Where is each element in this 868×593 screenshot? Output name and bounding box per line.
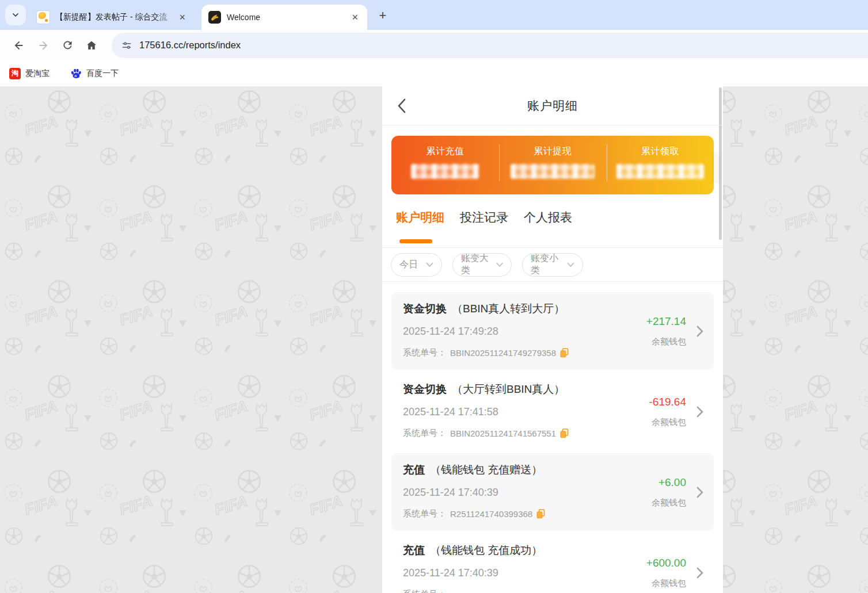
reload-button[interactable]	[58, 36, 77, 55]
amount-block: +6.00 余额钱包	[652, 453, 686, 531]
order-number: BBIN202511241741567551	[450, 429, 556, 438]
url-text[interactable]: 175616.cc/reports/index	[139, 40, 241, 51]
filter-minor-category-dropdown[interactable]: 账变小类	[522, 253, 583, 277]
transaction-datetime: 2025-11-24 17:49:28	[403, 326, 498, 338]
filter-date-dropdown[interactable]: 今日	[391, 253, 442, 277]
wallet-label: 余额钱包	[652, 336, 686, 347]
taobao-icon: 淘	[9, 68, 21, 79]
transaction-subtitle: （大厅转到BBIN真人）	[452, 383, 565, 395]
section-tabs: 账户明细 投注记录 个人报表	[382, 204, 723, 248]
order-number: R2511241740399368	[450, 509, 532, 519]
transaction-amount: +600.00	[646, 557, 686, 569]
transaction-datetime: 2025-11-24 17:41:58	[403, 406, 498, 418]
forum-favicon-icon	[37, 11, 50, 24]
back-button[interactable]	[9, 36, 29, 55]
divider	[499, 144, 500, 181]
transaction-list: 资金切换（BBIN真人转到大厅） 2025-11-24 17:49:28 系统单…	[382, 282, 723, 593]
censored-value	[616, 164, 704, 179]
chevron-right-icon[interactable]	[696, 567, 703, 579]
back-nav-button[interactable]	[397, 98, 412, 114]
filter-row: 今日 账变大类 账变小类	[382, 248, 723, 282]
chevron-right-icon[interactable]	[696, 487, 703, 498]
total-deposit-label: 累计充值	[391, 146, 499, 158]
chevron-right-icon[interactable]	[696, 406, 703, 418]
transaction-subtitle: （钱能钱包 充值赠送）	[430, 464, 542, 476]
chevron-down-icon	[567, 262, 574, 267]
amount-block: +600.00 余额钱包	[646, 534, 686, 593]
wallet-label: 余额钱包	[652, 417, 686, 428]
transaction-row[interactable]: 资金切换（大厅转到BBIN真人） 2025-11-24 17:41:58 系统单…	[391, 373, 714, 450]
forward-arrow-icon	[37, 39, 50, 52]
tab-title: 【新提醒】发表帖子 - 综合交流	[55, 12, 177, 22]
tab-bet-records[interactable]: 投注记录	[460, 209, 508, 247]
copy-icon[interactable]	[536, 509, 545, 519]
transaction-subtitle: （BBIN真人转到大厅）	[452, 303, 565, 315]
home-button[interactable]	[82, 36, 101, 55]
active-tab-underline	[399, 239, 432, 243]
browser-tab-welcome[interactable]: Welcome ×	[201, 5, 367, 30]
bookmark-taobao[interactable]: 淘 爱淘宝	[9, 68, 50, 79]
back-arrow-icon	[13, 39, 25, 52]
transaction-amount: -619.64	[649, 396, 686, 408]
page-title: 账户明细	[527, 98, 578, 114]
forward-button[interactable]	[33, 36, 53, 55]
amount-block: -619.64 余额钱包	[649, 373, 686, 450]
next-slide-peek	[714, 152, 719, 182]
panel-header: 账户明细	[382, 86, 723, 125]
account-detail-panel: 账户明细 累计充值 累计提现 累计领取 账户明细 投注记录 个人报表	[382, 86, 723, 593]
browser-toolbar: 175616.cc/reports/index	[0, 30, 868, 60]
chevron-left-icon	[397, 98, 406, 113]
tab-personal-report[interactable]: 个人报表	[524, 209, 572, 247]
chevron-right-icon[interactable]	[696, 326, 703, 337]
amount-block: +217.14 余额钱包	[646, 292, 686, 370]
bookmarks-bar: 淘 爱淘宝 百度一下	[0, 60, 868, 86]
total-deposit: 累计充值	[391, 136, 499, 194]
close-tab-icon[interactable]: ×	[177, 11, 188, 24]
total-withdraw: 累计提现	[499, 136, 607, 194]
order-number-row: 系统单号： BBIN202511241749279358	[403, 347, 569, 358]
browser-tab-forum[interactable]: 【新提醒】发表帖子 - 综合交流 ×	[30, 5, 195, 30]
order-prefix: 系统单号：	[403, 428, 446, 439]
bookmark-baidu[interactable]: 百度一下	[70, 68, 119, 79]
order-prefix: 系统单号：	[403, 347, 446, 358]
address-bar[interactable]: 175616.cc/reports/index	[112, 33, 868, 58]
reload-icon	[62, 39, 74, 51]
total-claimed: 累计领取	[606, 136, 714, 194]
order-prefix: 系统单号：	[403, 589, 446, 593]
filter-label: 账变大类	[461, 252, 496, 277]
new-tab-button[interactable]: +	[374, 7, 391, 24]
home-icon	[85, 39, 98, 52]
transaction-row[interactable]: 充值（钱能钱包 充值赠送） 2025-11-24 17:40:39 系统单号： …	[391, 453, 714, 531]
transaction-row[interactable]: 充值（钱能钱包 充值成功） 2025-11-24 17:40:39 系统单号： …	[391, 534, 714, 593]
censored-value	[411, 164, 479, 179]
site-info-icon[interactable]	[121, 40, 132, 51]
baidu-paw-icon	[70, 68, 82, 79]
tab-search-button[interactable]	[5, 5, 26, 25]
order-number-row: 系统单号：	[403, 589, 446, 593]
transaction-subtitle: （钱能钱包 充值成功）	[430, 544, 542, 556]
order-number: BBIN202511241749279358	[450, 348, 556, 358]
transaction-amount: +6.00	[658, 476, 686, 489]
total-withdraw-label: 累计提现	[499, 146, 607, 158]
filter-label: 今日	[399, 259, 418, 271]
chevron-down-icon	[496, 262, 503, 267]
chevron-down-icon	[11, 10, 20, 20]
page-content: FIFA 账户明细 累计充值 累计提现	[0, 86, 868, 593]
filter-major-category-dropdown[interactable]: 账变大类	[452, 253, 512, 277]
copy-icon[interactable]	[560, 429, 569, 438]
transaction-type: 资金切换（大厅转到BBIN真人）	[403, 382, 565, 397]
total-claimed-label: 累计领取	[606, 146, 714, 158]
order-number-row: 系统单号： R2511241740399368	[403, 508, 545, 519]
wallet-label: 余额钱包	[652, 578, 686, 589]
wallet-label: 余额钱包	[652, 498, 686, 508]
welcome-favicon-icon	[208, 11, 221, 24]
transaction-datetime: 2025-11-24 17:40:39	[403, 487, 498, 499]
transaction-row[interactable]: 资金切换（BBIN真人转到大厅） 2025-11-24 17:49:28 系统单…	[391, 292, 714, 370]
copy-icon[interactable]	[560, 348, 569, 358]
transaction-datetime: 2025-11-24 17:40:39	[403, 567, 498, 579]
transaction-type: 充值（钱能钱包 充值赠送）	[403, 462, 542, 477]
transaction-type: 充值（钱能钱包 充值成功）	[403, 543, 542, 558]
bookmark-label: 爱淘宝	[25, 68, 50, 79]
divider	[607, 144, 607, 181]
close-tab-icon[interactable]: ×	[349, 11, 360, 24]
